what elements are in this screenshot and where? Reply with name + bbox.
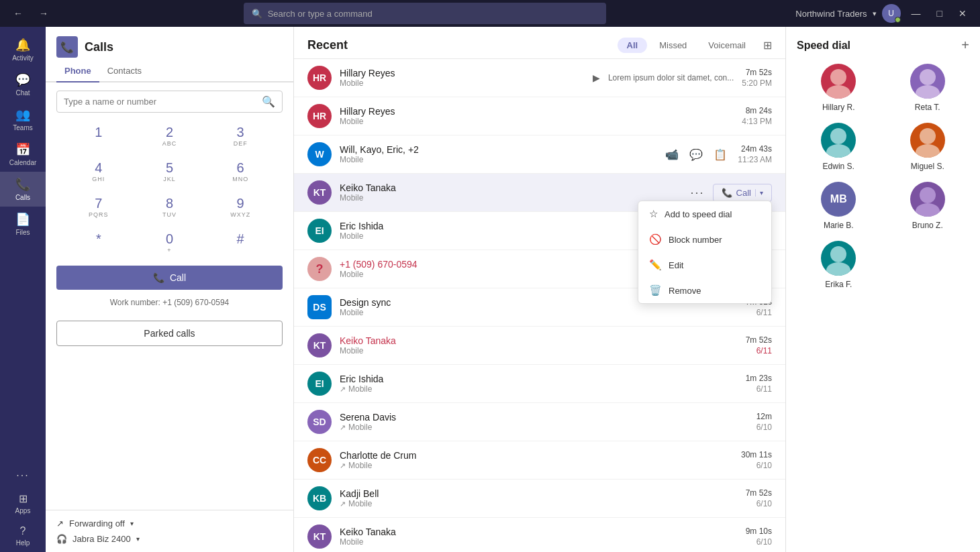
recent-item[interactable]: SD Serena Davis ↗ Mobile 12m 6/10: [294, 403, 785, 441]
item-duration: 7m 52s: [746, 488, 772, 498]
recent-item[interactable]: HR Hillary Reyes Mobile 8m 24s 4:13 PM: [294, 97, 785, 135]
speed-dial-item[interactable]: Hillary R.: [797, 64, 881, 112]
call-button-label: Call: [170, 272, 186, 283]
call-phone-icon: 📞: [153, 272, 164, 283]
maximize-button[interactable]: □: [932, 5, 948, 21]
avatar: W: [307, 142, 332, 166]
recent-item[interactable]: W Will, Kayo, Eric, +2 Mobile 📹 💬 📋 24m …: [294, 135, 785, 174]
recent-item[interactable]: KT Keiko Tanaka Mobile 9m 10s 6/10: [294, 518, 785, 552]
speed-dial-item[interactable]: MB Marie B.: [797, 182, 881, 230]
dial-key-4[interactable]: 4GHI: [66, 156, 132, 186]
minimize-button[interactable]: —: [906, 5, 926, 21]
speed-dial-avatar: [910, 182, 945, 217]
item-duration: 8m 24s: [746, 106, 772, 115]
sidebar-item-chat[interactable]: 💬 Chat: [0, 67, 46, 102]
sidebar-item-calls[interactable]: 📞 Calls: [0, 172, 46, 207]
call-button[interactable]: 📞 Call: [56, 266, 283, 290]
device-row[interactable]: 🎧 Jabra Biz 2400 ▾: [56, 534, 283, 544]
filter-voicemail[interactable]: Voicemail: [699, 38, 755, 53]
context-edit[interactable]: ✏️ Edit: [638, 252, 771, 278]
forwarding-icon: ↗: [56, 518, 64, 529]
item-sub: Mobile: [340, 78, 585, 88]
name-search-input[interactable]: [64, 97, 258, 107]
filter-icon[interactable]: ⊞: [763, 39, 772, 52]
online-status-dot: [895, 17, 901, 23]
item-sub: ↗ Mobile: [340, 384, 738, 394]
speed-dial-item[interactable]: Edwin S.: [797, 123, 881, 171]
speed-dial-item[interactable]: Miguel S.: [886, 123, 970, 171]
dial-key-2[interactable]: 2ABC: [137, 121, 203, 151]
sidebar-item-more[interactable]: ···: [0, 464, 46, 487]
dial-key-1[interactable]: 1: [66, 121, 132, 151]
dial-key-7[interactable]: 7PQRS: [66, 192, 132, 222]
recent-item-keiko-tanaka[interactable]: KT Keiko Tanaka Mobile ··· 📞 Call ▾: [294, 174, 785, 212]
item-actions: 📹 💬 📋: [663, 145, 730, 164]
context-block-number[interactable]: 🚫 Block number: [638, 227, 771, 252]
dial-key-hash[interactable]: #: [207, 227, 273, 258]
svg-point-2: [920, 69, 936, 85]
sidebar-item-teams[interactable]: 👥 Teams: [0, 102, 46, 137]
search-row: 🔍: [46, 82, 293, 121]
left-panel-title: Calls: [85, 40, 113, 54]
recent-item[interactable]: EI Eric Ishida ↗ Mobile 1m 23s 6/11: [294, 365, 785, 403]
recent-item[interactable]: HR Hillary Reyes Mobile ▶ Lorem ipsum do…: [294, 59, 785, 97]
filter-missed[interactable]: Missed: [650, 38, 696, 53]
tab-phone[interactable]: Phone: [56, 60, 99, 82]
sidebar-item-activity[interactable]: 🔔 Activity: [0, 32, 46, 67]
item-time: 5:20 PM: [742, 78, 772, 88]
dial-key-star[interactable]: *: [66, 227, 132, 258]
avatar: KT: [307, 333, 332, 357]
item-name: Charlotte de Crum: [340, 450, 733, 461]
forwarding-row[interactable]: ↗ Forwarding off ▾: [56, 518, 283, 529]
context-add-speed-dial-label: Add to speed dial: [665, 209, 732, 219]
dial-key-3[interactable]: 3DEF: [207, 121, 273, 151]
avatar: KT: [307, 180, 332, 205]
call-action-caret-icon[interactable]: ▾: [755, 189, 763, 197]
dial-key-8[interactable]: 8TUV: [137, 192, 203, 222]
context-remove[interactable]: 🗑️ Remove: [638, 278, 771, 303]
calendar-invite-icon[interactable]: 📋: [711, 145, 730, 164]
sidebar-item-help[interactable]: ? Help: [0, 520, 46, 552]
speed-dial-item[interactable]: Erika F.: [797, 241, 881, 289]
user-avatar[interactable]: U: [882, 4, 901, 23]
call-action-button[interactable]: 📞 Call ▾: [713, 184, 772, 202]
video-icon[interactable]: 📹: [663, 145, 681, 164]
filter-all[interactable]: All: [618, 38, 648, 53]
dial-key-5[interactable]: 5JKL: [137, 156, 203, 186]
left-panel: 📞 Calls Phone Contacts 🔍 1 2ABC 3DEF: [46, 27, 294, 552]
recent-item[interactable]: KT Keiko Tanaka Mobile 7m 52s 6/11: [294, 327, 785, 365]
sidebar-label-apps: Apps: [15, 507, 31, 514]
app-layout: 🔔 Activity 💬 Chat 👥 Teams 📅 Calendar 📞 C…: [0, 27, 980, 552]
dial-key-9[interactable]: 9WXYZ: [207, 192, 273, 222]
sidebar-item-calendar[interactable]: 📅 Calendar: [0, 137, 46, 172]
back-button[interactable]: ←: [8, 5, 28, 21]
item-time: 6/10: [756, 499, 772, 508]
sidebar-item-files[interactable]: 📄 Files: [0, 207, 46, 241]
context-add-speed-dial[interactable]: ☆ Add to speed dial: [638, 201, 771, 227]
global-search-bar[interactable]: 🔍 Search or type a command: [244, 3, 606, 24]
dial-key-0[interactable]: 0+: [137, 227, 203, 258]
recent-item[interactable]: CC Charlotte de Crum ↗ Mobile 30m 11s 6/…: [294, 441, 785, 480]
trash-icon: 🗑️: [649, 284, 662, 296]
close-button[interactable]: ✕: [953, 5, 972, 21]
svg-point-9: [916, 203, 940, 217]
more-options-icon[interactable]: ···: [691, 186, 705, 200]
tab-contacts[interactable]: Contacts: [99, 60, 150, 82]
device-icon: 🎧: [56, 534, 67, 544]
speed-dial-add-button[interactable]: +: [961, 38, 969, 53]
chat-icon[interactable]: 💬: [687, 145, 705, 164]
speed-dial-item[interactable]: Reta T.: [886, 64, 970, 112]
item-duration: 9m 10s: [746, 527, 772, 536]
speed-dial-item[interactable]: Bruno Z.: [886, 182, 970, 230]
parked-calls-button[interactable]: Parked calls: [56, 321, 283, 346]
sidebar-label-files: Files: [15, 229, 30, 236]
forward-button[interactable]: →: [34, 5, 54, 21]
item-info: +1 (509) 670-0594 Mobile: [340, 259, 678, 279]
voicemail-play-icon: ▶: [593, 72, 600, 83]
context-remove-label: Remove: [669, 286, 701, 296]
dial-key-6[interactable]: 6MNO: [207, 156, 273, 186]
device-chevron-icon: ▾: [136, 535, 140, 543]
sidebar-item-apps[interactable]: ⊞ Apps: [0, 487, 46, 520]
item-name: Will, Kayo, Eric, +2: [340, 144, 654, 155]
recent-item[interactable]: KB Kadji Bell ↗ Mobile 7m 52s 6/10: [294, 480, 785, 518]
